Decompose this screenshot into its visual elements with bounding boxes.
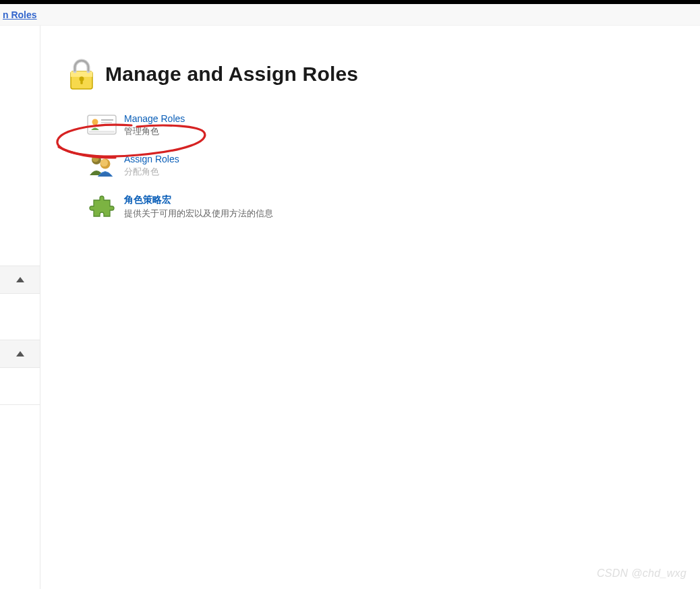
page-title: Manage and Assign Roles [105, 63, 358, 86]
puzzle-icon [86, 193, 117, 218]
chevron-up-icon [16, 277, 24, 282]
id-card-icon [86, 112, 117, 137]
svg-rect-3 [80, 80, 82, 84]
lock-icon [66, 58, 97, 90]
svg-rect-9 [89, 131, 115, 133]
manage-roles-link[interactable]: Manage Roles [124, 113, 185, 124]
role-item-macro: 角色策略宏 提供关于可用的宏以及使用方法的信息 [86, 190, 678, 232]
manage-roles-desc: 管理角色 [124, 125, 185, 137]
svg-rect-8 [101, 124, 111, 125]
svg-rect-6 [101, 119, 113, 121]
breadcrumb-bar: n Roles [0, 4, 700, 26]
sidebar [0, 26, 40, 589]
svg-point-11 [92, 156, 99, 162]
sidebar-toggle-2[interactable] [0, 340, 40, 368]
role-macro-link[interactable]: 角色策略宏 [124, 194, 273, 206]
svg-point-13 [100, 159, 108, 166]
sidebar-toggle-1[interactable] [0, 266, 40, 294]
sidebar-divider [0, 404, 40, 405]
main-content: Manage and Assign Roles Manage [40, 26, 700, 589]
assign-roles-desc: 分配角色 [124, 166, 179, 178]
role-item-manage: Manage Roles 管理角色 [86, 109, 678, 150]
page-header: Manage and Assign Roles [66, 58, 678, 90]
chevron-up-icon [16, 351, 24, 356]
breadcrumb-current[interactable]: n Roles [3, 9, 37, 20]
role-macro-desc: 提供关于可用的宏以及使用方法的信息 [124, 208, 273, 220]
role-items-list: Manage Roles 管理角色 [86, 109, 678, 232]
watermark: CSDN @chd_wxg [597, 567, 687, 580]
svg-rect-7 [101, 122, 112, 123]
role-item-assign: Assign Roles 分配角色 [86, 150, 678, 190]
people-icon [86, 152, 117, 178]
svg-point-5 [92, 119, 98, 125]
assign-roles-link[interactable]: Assign Roles [124, 154, 179, 164]
